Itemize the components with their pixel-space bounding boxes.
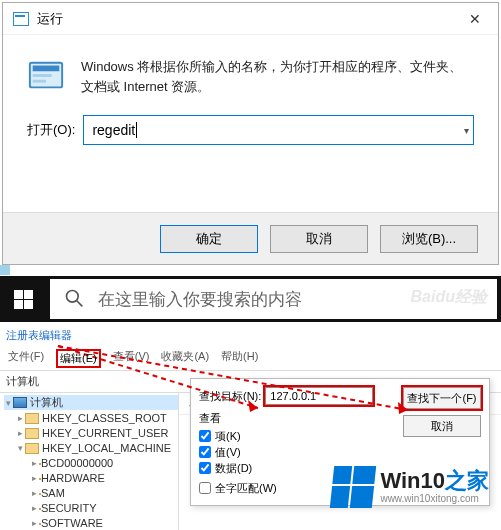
open-label: 打开(O):	[27, 121, 75, 139]
start-button[interactable]	[0, 276, 46, 322]
taskbar-search[interactable]: 在这里输入你要搜索的内容 Baidu经验	[50, 279, 497, 319]
regedit-menu: 文件(F) 编辑(E) 查看(V) 收藏夹(A) 帮助(H)	[0, 347, 501, 371]
ok-button[interactable]: 确定	[160, 225, 258, 253]
svg-point-4	[67, 290, 79, 302]
close-button[interactable]: ✕	[454, 4, 496, 34]
menu-edit[interactable]: 编辑(E)	[56, 349, 101, 368]
find-dialog: 查找目标(N): 查找下一个(F) 取消 查看 项(K) 值(V) 数据(D) …	[190, 378, 490, 506]
chk-data[interactable]: 数据(D)	[199, 460, 481, 476]
run-dialog: 运行 ✕ Windows 将根据你所输入的名称，为你打开相应的程序、文件夹、文档…	[2, 2, 499, 265]
window-title: 运行	[37, 10, 454, 28]
text-caret	[136, 122, 137, 138]
tree-item[interactable]: ▸HARDWARE	[4, 471, 178, 486]
menu-help[interactable]: 帮助(H)	[221, 349, 258, 368]
open-input-value: regedit	[92, 122, 135, 138]
search-placeholder: 在这里输入你要搜索的内容	[98, 288, 302, 311]
browse-button[interactable]: 浏览(B)...	[380, 225, 478, 253]
open-row: 打开(O): regedit ▾	[3, 107, 498, 145]
regedit-title: 注册表编辑器	[0, 324, 501, 347]
svg-rect-3	[33, 80, 46, 83]
tree-item[interactable]: ▸SOFTWARE	[4, 516, 178, 530]
run-description: Windows 将根据你所输入的名称，为你打开相应的程序、文件夹、文档或 Int…	[81, 57, 474, 97]
run-body: Windows 将根据你所输入的名称，为你打开相应的程序、文件夹、文档或 Int…	[3, 35, 498, 107]
open-input[interactable]: regedit ▾	[83, 115, 474, 145]
svg-rect-2	[33, 74, 52, 77]
chevron-down-icon[interactable]: ▾	[464, 125, 469, 136]
find-cancel-button[interactable]: 取消	[403, 415, 481, 437]
menu-fav[interactable]: 收藏夹(A)	[161, 349, 209, 368]
title-bar: 运行 ✕	[3, 3, 498, 35]
find-input[interactable]	[265, 387, 373, 405]
desktop-sliver	[0, 265, 10, 275]
tree-item[interactable]: ▸SECURITY	[4, 501, 178, 516]
windows-logo-icon	[14, 290, 33, 309]
regedit-tree[interactable]: ▾计算机 ▸HKEY_CLASSES_ROOT ▸HKEY_CURRENT_US…	[0, 393, 178, 530]
tree-item[interactable]: ▸HKEY_CURRENT_USER	[4, 426, 178, 441]
button-row: 确定 取消 浏览(B)...	[3, 212, 498, 264]
svg-line-5	[77, 300, 83, 306]
baidu-watermark: Baidu经验	[411, 287, 487, 308]
run-icon	[27, 57, 65, 95]
tree-item[interactable]: ▸BCD00000000	[4, 456, 178, 471]
svg-rect-1	[33, 66, 60, 72]
search-icon	[64, 288, 84, 311]
menu-file[interactable]: 文件(F)	[8, 349, 44, 368]
folder-icon	[25, 428, 39, 439]
run-icon-small	[13, 12, 29, 26]
tree-root[interactable]: ▾计算机	[4, 395, 178, 410]
folder-icon	[25, 413, 39, 424]
find-label: 查找目标(N):	[199, 389, 261, 404]
chk-whole[interactable]: 全字匹配(W)	[199, 480, 481, 496]
chk-value[interactable]: 值(V)	[199, 444, 481, 460]
folder-icon	[25, 443, 39, 454]
tree-item[interactable]: ▸SAM	[4, 486, 178, 501]
find-next-button[interactable]: 查找下一个(F)	[403, 387, 481, 409]
menu-view[interactable]: 查看(V)	[113, 349, 150, 368]
taskbar: 在这里输入你要搜索的内容 Baidu经验	[0, 276, 501, 322]
computer-icon	[13, 397, 27, 408]
tree-item[interactable]: ▾HKEY_LOCAL_MACHINE	[4, 441, 178, 456]
cancel-button[interactable]: 取消	[270, 225, 368, 253]
tree-item[interactable]: ▸HKEY_CLASSES_ROOT	[4, 411, 178, 426]
